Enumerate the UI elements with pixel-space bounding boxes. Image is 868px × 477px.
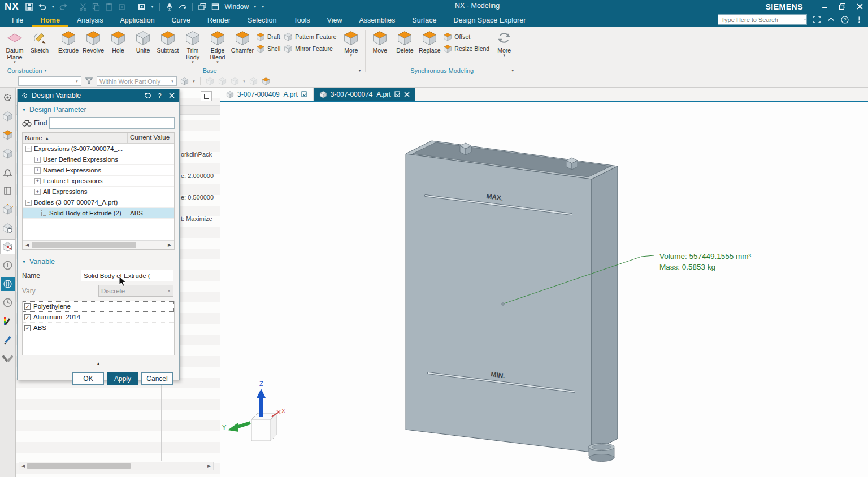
undo-icon[interactable]	[38, 2, 47, 11]
toolbox-icon[interactable]	[1, 352, 15, 366]
web-browser-icon[interactable]	[1, 277, 15, 291]
dialog-titlebar[interactable]: Design Variable ?	[18, 89, 179, 102]
tab-part-000074[interactable]: 3-007-000074_A.prt	[314, 88, 415, 101]
search-icon[interactable]	[804, 16, 806, 23]
assembly-navigator-icon[interactable]	[1, 109, 15, 123]
vary-select[interactable]: Discrete ▼	[98, 285, 173, 297]
base-more-button[interactable]: More ▼	[338, 29, 363, 58]
checkbox-checked-icon[interactable]	[24, 303, 31, 310]
collapse-expander-icon[interactable]: −	[25, 200, 32, 206]
group-caret-icon[interactable]: ▼	[511, 69, 514, 72]
menu-render[interactable]: Render	[199, 14, 239, 27]
variable-name-input[interactable]	[81, 270, 173, 281]
design-explorer-icon[interactable]	[1, 240, 15, 254]
tree-row[interactable]: +All Expressions	[23, 187, 174, 197]
datum-axes-icon[interactable]	[1, 202, 15, 216]
draft-button[interactable]: Draft	[256, 32, 280, 41]
dialog-help-icon[interactable]: ?	[155, 92, 164, 100]
design-parameter-section-header[interactable]: ▼ Design Parameter	[18, 102, 179, 116]
shaded-view-icon[interactable]	[218, 76, 227, 86]
tab-close-icon[interactable]	[404, 92, 410, 97]
dialog-collapse-icon[interactable]: ▲	[21, 358, 176, 368]
synchronous-group-label[interactable]: Synchronous Modeling ▼	[367, 66, 517, 75]
viewport[interactable]: MAX. MIN.	[220, 102, 868, 477]
extrude-button[interactable]: Extrude	[56, 29, 81, 54]
restore-button[interactable]	[838, 3, 846, 11]
scrollbar-thumb[interactable]	[32, 242, 136, 248]
table-header[interactable]: Name ▲ Current Value	[23, 133, 174, 144]
material-row[interactable]: Aluminum_2014	[23, 312, 174, 323]
dialog-close-icon[interactable]	[167, 92, 176, 100]
datum-plane-button[interactable]: Datum Plane ▼	[2, 29, 27, 64]
screenshot-dropdown-caret-icon[interactable]: ▼	[151, 5, 154, 8]
window-menu[interactable]: Window	[225, 3, 249, 11]
menu-assemblies[interactable]: Assemblies	[350, 14, 403, 27]
paste-icon[interactable]	[105, 2, 114, 11]
constraint-navigator-icon[interactable]	[1, 128, 15, 142]
variable-section-header[interactable]: ▼ Variable	[18, 250, 179, 268]
selection-scope-combo[interactable]: Within Work Part Only ▼	[97, 76, 177, 86]
menu-design-space-explorer[interactable]: Design Space Explorer	[445, 14, 534, 27]
panel-horizontal-scrollbar[interactable]: ◀ ▶	[19, 462, 214, 470]
construction-group-label[interactable]: Construction ▼	[2, 66, 52, 75]
viewport-canvas[interactable]: MAX. MIN.	[220, 102, 868, 476]
menu-home[interactable]: Home	[32, 14, 68, 27]
menu-file[interactable]: File	[3, 14, 32, 27]
part-navigator-icon[interactable]	[1, 146, 15, 161]
minimize-button[interactable]	[821, 3, 828, 11]
menu-view[interactable]: View	[319, 14, 351, 27]
menu-application[interactable]: Application	[111, 14, 163, 27]
scroll-right-icon[interactable]: ▶	[205, 463, 213, 469]
dialog-reset-icon[interactable]	[144, 92, 152, 100]
column-name[interactable]: Name	[25, 135, 42, 141]
scrollbar-thumb[interactable]	[27, 463, 131, 469]
find-part-icon[interactable]	[1, 221, 15, 235]
apply-button[interactable]: Apply	[107, 372, 138, 385]
hole-button[interactable]: Hole	[106, 29, 131, 54]
fullscreen-icon[interactable]	[812, 15, 821, 24]
cascade-windows-icon[interactable]	[198, 2, 207, 11]
resize-blend-button[interactable]: Resize Blend	[443, 44, 489, 53]
move-button[interactable]: Move	[367, 29, 392, 54]
gesture-icon[interactable]	[178, 2, 187, 11]
scroll-left-icon[interactable]: ◀	[23, 242, 32, 248]
ok-button[interactable]: OK	[72, 372, 104, 385]
expand-expander-icon[interactable]: +	[34, 189, 41, 195]
settings-gear-icon[interactable]	[1, 90, 15, 105]
find-input[interactable]	[49, 117, 175, 129]
wireframe-view-icon[interactable]	[230, 76, 240, 86]
snap-point-icon[interactable]	[180, 76, 189, 86]
window-dropdown-caret-icon[interactable]: ▼	[253, 5, 257, 8]
table-horizontal-scrollbar[interactable]: ◀ ▶	[23, 240, 174, 249]
screenshot-icon[interactable]	[137, 2, 146, 11]
info-icon[interactable]	[1, 258, 15, 272]
group-caret-icon[interactable]: ▼	[358, 69, 361, 72]
scroll-left-icon[interactable]: ◀	[19, 463, 27, 469]
delete-button[interactable]: Delete	[392, 29, 417, 54]
selection-filter-combo[interactable]: ▼	[18, 76, 81, 86]
dropdown-caret-icon[interactable]: ▼	[192, 80, 196, 83]
material-row[interactable]: Polyethylene	[23, 301, 174, 312]
tree-row[interactable]: −Expressions (3-007-000074_...	[23, 144, 174, 154]
color-palette-icon[interactable]	[1, 314, 15, 328]
fit-view-icon[interactable]	[205, 76, 215, 86]
minimize-ribbon-icon[interactable]	[826, 15, 835, 24]
copy-icon[interactable]	[92, 2, 101, 11]
subtract-button[interactable]: Subtract	[155, 29, 180, 54]
menu-selection[interactable]: Selection	[239, 14, 285, 27]
menu-tools[interactable]: Tools	[285, 14, 318, 27]
scroll-right-icon[interactable]: ▶	[165, 242, 174, 248]
sketch-button[interactable]: Sketch	[27, 29, 52, 54]
collapse-expander-icon[interactable]: −	[25, 146, 32, 152]
offset-button[interactable]: Offset	[443, 32, 489, 41]
mirror-feature-button[interactable]: Mirror Feature	[284, 44, 336, 53]
float-window-icon[interactable]	[201, 91, 212, 101]
tree-row[interactable]: +User Defined Expressions	[23, 154, 174, 165]
clipboard-icon[interactable]	[118, 2, 127, 11]
expand-expander-icon[interactable]: +	[34, 178, 41, 184]
synchronous-more-button[interactable]: More ▼	[492, 29, 517, 58]
save-icon[interactable]	[25, 2, 34, 11]
dropdown-caret-icon[interactable]: ▼	[242, 80, 246, 83]
expand-expander-icon[interactable]: +	[34, 157, 41, 163]
expand-expander-icon[interactable]: +	[34, 167, 41, 174]
